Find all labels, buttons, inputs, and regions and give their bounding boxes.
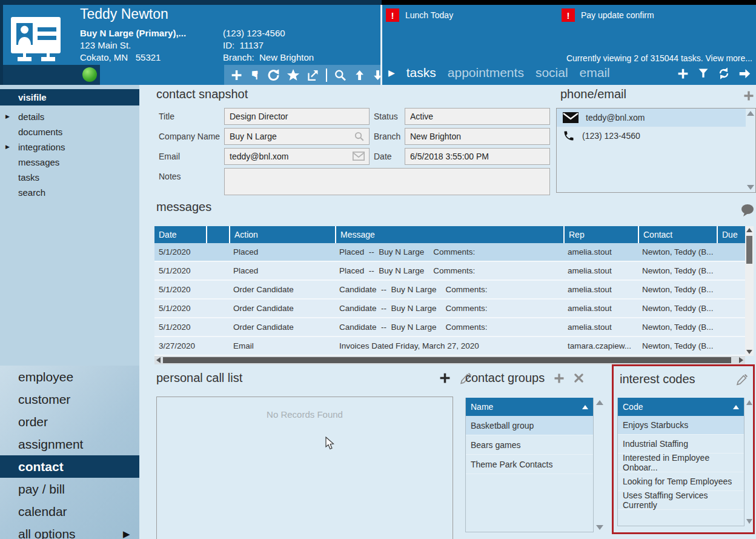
play-icon[interactable]: ▶ bbox=[388, 68, 395, 78]
contact-name: Teddy Newton bbox=[80, 6, 168, 22]
edit-pencil-icon[interactable] bbox=[736, 373, 748, 386]
sidebar-item-integrations[interactable]: ▶integrations bbox=[0, 139, 139, 155]
email-field[interactable] bbox=[224, 148, 370, 165]
filter-icon[interactable] bbox=[697, 67, 709, 79]
col-header-blank[interactable] bbox=[206, 226, 229, 243]
nav-item-pay-bill[interactable]: pay / bill bbox=[0, 478, 139, 500]
open-external-icon[interactable] bbox=[307, 69, 319, 82]
star-icon[interactable] bbox=[287, 69, 300, 82]
arrow-up-icon[interactable] bbox=[354, 69, 365, 82]
branch-field[interactable] bbox=[405, 128, 550, 145]
sidebar-item-visifile[interactable]: visifile bbox=[0, 89, 141, 105]
contact-groups-scrollbar[interactable] bbox=[595, 398, 605, 532]
sidebar-item-search[interactable]: search bbox=[0, 185, 139, 200]
interest-codes-scrollbar[interactable] bbox=[746, 398, 753, 526]
scroll-up-arrow[interactable] bbox=[746, 400, 752, 405]
scrollbar-thumb[interactable] bbox=[746, 236, 752, 264]
status-indicator bbox=[82, 67, 97, 82]
col-header-date[interactable]: Date bbox=[154, 226, 206, 243]
interest-code-row[interactable]: Interested in Employee Onboar... bbox=[618, 454, 744, 472]
contact-groups-header[interactable]: Name bbox=[466, 398, 593, 416]
contact-group-row[interactable]: Bears games bbox=[466, 435, 593, 455]
sidebar-item-tasks[interactable]: tasks bbox=[0, 170, 139, 185]
scroll-down-arrow[interactable] bbox=[746, 350, 752, 354]
arrow-right-icon[interactable] bbox=[738, 67, 751, 80]
col-header-rep[interactable]: Rep bbox=[563, 226, 638, 243]
date-field[interactable] bbox=[405, 148, 550, 165]
interest-code-row[interactable]: Looking for Temp Employees bbox=[618, 472, 744, 491]
task-alert-label: Lunch Today bbox=[405, 10, 453, 20]
search-icon[interactable] bbox=[354, 131, 365, 142]
tab-appointments[interactable]: appointments bbox=[448, 65, 524, 80]
scroll-up-arrow[interactable] bbox=[746, 228, 752, 232]
nav-item-all-options[interactable]: all options▶ bbox=[0, 523, 139, 539]
col-header-message[interactable]: Message bbox=[335, 226, 563, 243]
message-row[interactable]: 5/1/2020 Placed Placed -- Buy N Large Co… bbox=[154, 262, 745, 281]
message-row[interactable]: 5/1/2020 Placed Placed -- Buy N Large Co… bbox=[154, 243, 745, 262]
contact-group-row[interactable]: Basketball group bbox=[466, 416, 593, 435]
messages-horizontal-scrollbar[interactable] bbox=[154, 356, 745, 364]
scroll-down-arrow[interactable] bbox=[596, 525, 603, 530]
tab-social[interactable]: social bbox=[536, 65, 568, 80]
task-alert[interactable]: ! Pay update confirm bbox=[562, 8, 731, 22]
col-header-code: Code bbox=[623, 402, 643, 412]
scroll-right-arrow[interactable] bbox=[739, 357, 743, 363]
title-field[interactable] bbox=[224, 108, 370, 125]
nav-item-calendar[interactable]: calendar bbox=[0, 500, 139, 523]
nav-item-assignment[interactable]: assignment bbox=[0, 433, 139, 455]
scroll-down-arrow[interactable] bbox=[747, 185, 754, 190]
message-row[interactable]: 5/1/2020 Order Candidate Candidate -- Bu… bbox=[154, 281, 745, 300]
tasks-summary-link[interactable]: Currently viewing 2 of 315044 tasks. Vie… bbox=[566, 53, 752, 63]
contact-groups-title: contact groups bbox=[465, 371, 545, 385]
scroll-down-arrow[interactable] bbox=[746, 519, 752, 524]
interest-code-row[interactable]: Industrial Staffing bbox=[618, 435, 744, 454]
search-icon[interactable] bbox=[334, 69, 346, 82]
contact-phone: (123) 123-4560 bbox=[223, 28, 285, 38]
remove-icon[interactable] bbox=[574, 373, 584, 383]
col-header-action[interactable]: Action bbox=[229, 226, 335, 243]
tab-email[interactable]: email bbox=[580, 65, 610, 80]
nav-item-label: all options bbox=[18, 527, 76, 539]
scroll-left-arrow[interactable] bbox=[156, 357, 161, 363]
sidebar-item-details[interactable]: ▶details bbox=[0, 109, 139, 124]
task-alert[interactable]: ! Lunch Today bbox=[386, 8, 555, 22]
comment-bubble-icon[interactable] bbox=[740, 204, 755, 217]
contact-id: ID: 11137 bbox=[223, 40, 264, 50]
hand-pointer-icon[interactable]: ☛ bbox=[249, 70, 261, 81]
interest-codes-header[interactable]: Code bbox=[618, 398, 744, 416]
add-icon[interactable] bbox=[230, 69, 243, 82]
col-header-due[interactable]: Due bbox=[717, 226, 745, 243]
messages-vertical-scrollbar[interactable] bbox=[745, 226, 754, 356]
interest-codes-title: interest codes bbox=[620, 372, 695, 386]
message-row[interactable]: 3/27/2020 Email Invoices Dated Friday, M… bbox=[154, 337, 745, 356]
scroll-up-arrow[interactable] bbox=[596, 400, 603, 405]
contact-group-row[interactable]: Theme Park Contacts bbox=[466, 455, 593, 474]
add-icon[interactable] bbox=[439, 372, 451, 384]
sidebar-item-documents[interactable]: documents bbox=[0, 124, 139, 139]
add-icon[interactable] bbox=[743, 90, 755, 102]
status-field[interactable] bbox=[405, 108, 550, 125]
scrollbar-thumb[interactable] bbox=[163, 357, 731, 363]
phone-entry[interactable]: (123) 123-4560 bbox=[557, 127, 746, 145]
nav-item-employee[interactable]: employee bbox=[0, 366, 139, 388]
message-row[interactable]: 5/1/2020 Order Candidate Candidate -- Bu… bbox=[154, 318, 745, 337]
nav-item-order[interactable]: order bbox=[0, 410, 139, 433]
message-row[interactable]: 5/1/2020 Order Candidate Candidate -- Bu… bbox=[154, 300, 745, 318]
interest-code-row[interactable]: Enjoys Starbucks bbox=[618, 416, 744, 435]
notes-field[interactable] bbox=[224, 168, 550, 195]
email-entry[interactable]: teddy@bnl.xom bbox=[557, 109, 746, 127]
company-name-field[interactable] bbox=[224, 128, 370, 145]
sync-icon[interactable] bbox=[717, 67, 731, 80]
tab-tasks[interactable]: tasks bbox=[406, 65, 436, 80]
nav-item-customer[interactable]: customer bbox=[0, 388, 139, 410]
phone-email-title: phone/email bbox=[560, 87, 626, 101]
nav-item-contact[interactable]: contact bbox=[0, 455, 148, 478]
sidebar-item-messages[interactable]: messages bbox=[0, 155, 139, 170]
phone-email-scrollbar[interactable] bbox=[746, 109, 755, 192]
scroll-up-arrow[interactable] bbox=[747, 111, 754, 116]
add-icon[interactable] bbox=[677, 67, 689, 80]
interest-code-row[interactable]: Uses Staffing Services Currently bbox=[618, 491, 744, 510]
refresh-icon[interactable] bbox=[267, 69, 280, 82]
add-icon[interactable] bbox=[553, 372, 565, 384]
col-header-contact[interactable]: Contact bbox=[638, 226, 717, 243]
